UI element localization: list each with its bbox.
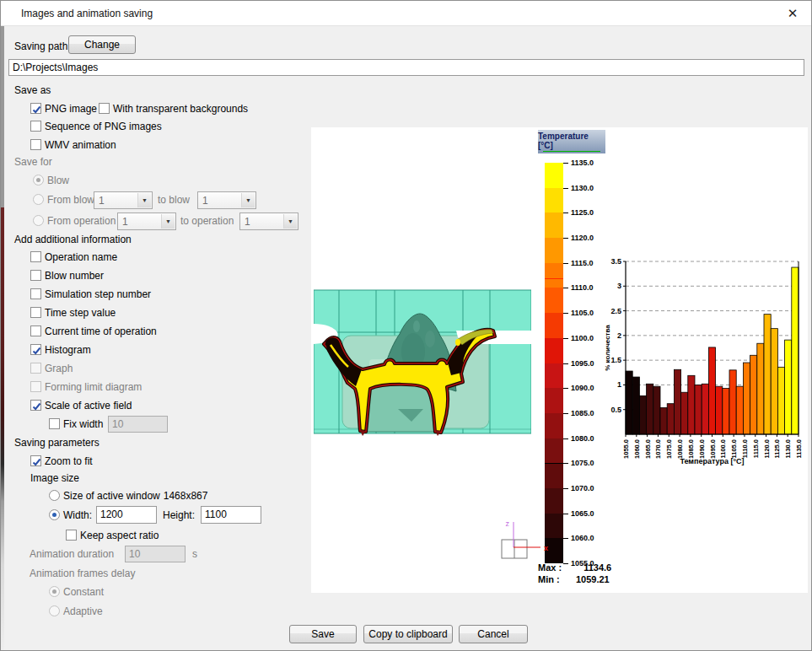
svg-text:1085.0: 1085.0 xyxy=(687,439,695,459)
to-operation-combobox[interactable]: 1 ▼ xyxy=(239,213,298,230)
radio-size-of-active-window[interactable]: Size of active window 1468x867 xyxy=(49,489,207,502)
svg-text:1070.0: 1070.0 xyxy=(654,439,662,459)
fix-width-input[interactable]: 10 xyxy=(108,416,168,433)
close-icon[interactable]: ✕ xyxy=(782,4,803,23)
scale-tick-label: 1075.0 xyxy=(571,459,594,467)
scale-tick-label: 1065.0 xyxy=(571,509,594,518)
radio-from-operation[interactable]: From operation xyxy=(33,214,116,227)
radio-circle[interactable] xyxy=(49,605,60,616)
svg-text:1.5: 1.5 xyxy=(610,356,621,364)
radio-from-blow[interactable]: From blow xyxy=(33,193,94,206)
checkbox-graph[interactable]: Graph xyxy=(30,362,157,374)
animation-duration-label: Animation duration xyxy=(30,548,114,560)
svg-text:1120.0: 1120.0 xyxy=(763,439,771,459)
frames-delay-heading: Animation frames delay xyxy=(30,568,135,579)
saving-path-label: Saving path xyxy=(14,40,67,52)
animation-duration-input[interactable]: 10 xyxy=(125,546,186,562)
simulation-preview xyxy=(314,288,531,440)
checkbox-label: Blow number xyxy=(45,270,104,282)
checkbox-box[interactable] xyxy=(30,455,41,466)
checkbox-box[interactable] xyxy=(30,288,41,299)
to-operation-label: to operation xyxy=(180,215,234,227)
cancel-button[interactable]: Cancel xyxy=(459,625,528,643)
radio-circle[interactable] xyxy=(49,490,60,501)
checkbox-png-image[interactable]: PNG image xyxy=(30,102,97,115)
background-app-edge xyxy=(1,26,4,651)
preview-panel: Temperature [°C] 1135.01130.01125.01120.… xyxy=(311,127,808,593)
radio-label: From operation xyxy=(47,215,116,227)
svg-text:1095.0: 1095.0 xyxy=(709,439,717,459)
checkbox-box[interactable] xyxy=(66,530,77,541)
scale-tick-label: 1100.0 xyxy=(571,334,594,342)
checkbox-keep-aspect-ratio[interactable]: Keep aspect ratio xyxy=(66,529,159,541)
checkbox-label: With transparent backgrounds xyxy=(113,103,248,115)
radio-circle[interactable] xyxy=(33,175,44,186)
checkbox-simulation-step-number[interactable]: Simulation step number xyxy=(30,288,157,300)
checkbox-scale-of-active-field[interactable]: Scale of active field xyxy=(30,399,157,412)
scale-header: Temperature [°C] xyxy=(538,130,605,153)
checkbox-wmv-animation[interactable]: WMV animation xyxy=(30,138,116,151)
scale-tick-label: 1135.0 xyxy=(571,159,594,167)
radio-adaptive[interactable]: Adaptive xyxy=(49,605,103,617)
scale-tick-label: 1105.0 xyxy=(571,309,594,317)
checkbox-forming-limit-diagram[interactable]: Forming limit diagram xyxy=(30,380,157,393)
checkbox-box[interactable] xyxy=(30,139,41,150)
scale-color-bands xyxy=(545,163,563,563)
checkbox-histogram[interactable]: Histogram xyxy=(30,343,157,356)
checkbox-box[interactable] xyxy=(30,270,41,281)
radio-circle[interactable] xyxy=(49,586,60,597)
svg-text:1080.0: 1080.0 xyxy=(676,439,684,459)
checkbox-current-time-of-operation[interactable]: Current time of operation xyxy=(30,325,157,337)
checkbox-box[interactable] xyxy=(30,121,41,132)
checkbox-operation-name[interactable]: Operation name xyxy=(30,250,157,263)
checkbox-box[interactable] xyxy=(30,326,41,336)
scale-tick-label: 1110.0 xyxy=(571,283,594,292)
radio-custom-size[interactable]: Width: xyxy=(49,508,92,521)
height-input[interactable]: 1100 xyxy=(201,506,261,524)
svg-text:1: 1 xyxy=(617,380,621,389)
checkbox-time-step-value[interactable]: Time step value xyxy=(30,306,157,319)
checkbox-label: Fix width xyxy=(63,418,103,430)
checkbox-label: Simulation step number xyxy=(45,288,151,300)
checkbox-box[interactable] xyxy=(30,307,41,318)
radio-label: Size of active window xyxy=(63,490,160,502)
scale-tick-label: 1120.0 xyxy=(571,234,594,242)
radio-circle[interactable] xyxy=(33,194,44,205)
checkbox-blow-number[interactable]: Blow number xyxy=(30,269,157,282)
checkbox-sequence-png[interactable]: Sequence of PNG images xyxy=(30,120,162,132)
copy-to-clipboard-button[interactable]: Copy to clipboard xyxy=(363,625,453,643)
scale-tick-label: 1090.0 xyxy=(571,384,594,392)
scale-tick-label: 1125.0 xyxy=(571,208,594,217)
svg-text:1090.0: 1090.0 xyxy=(698,439,706,459)
checkbox-transparent-backgrounds[interactable]: With transparent backgrounds xyxy=(99,102,248,115)
chevron-down-icon: ▼ xyxy=(137,193,151,207)
checkbox-box[interactable] xyxy=(30,400,41,411)
checkbox-fix-width[interactable]: Fix width xyxy=(49,417,103,430)
radio-circle[interactable] xyxy=(33,215,44,226)
checkbox-box[interactable] xyxy=(30,344,41,355)
checkbox-box[interactable] xyxy=(30,363,41,374)
radio-blow[interactable]: Blow xyxy=(33,174,69,186)
radio-circle[interactable] xyxy=(49,509,60,520)
width-input[interactable]: 1200 xyxy=(96,506,157,524)
axis-triad-icon: z x xyxy=(500,517,554,566)
radio-constant[interactable]: Constant xyxy=(49,585,104,598)
change-path-button[interactable]: Change xyxy=(68,35,136,54)
checkbox-box[interactable] xyxy=(30,103,41,114)
scale-tick-label: 1130.0 xyxy=(571,184,594,192)
checkbox-zoom-to-fit[interactable]: Zoom to fit xyxy=(30,455,93,467)
checkbox-box[interactable] xyxy=(99,103,110,114)
checkbox-box[interactable] xyxy=(49,418,60,429)
scale-tick-label: 1115.0 xyxy=(571,259,594,267)
histogram-y-label: % количества xyxy=(604,325,611,371)
saving-path-input[interactable]: D:\Projects\Images xyxy=(8,59,804,76)
checkbox-box[interactable] xyxy=(30,251,41,262)
checkbox-label: Operation name xyxy=(45,251,117,263)
to-blow-combobox[interactable]: 1 ▼ xyxy=(197,191,256,209)
save-button[interactable]: Save xyxy=(289,625,357,643)
from-blow-combobox[interactable]: 1 ▼ xyxy=(94,191,153,209)
svg-text:3: 3 xyxy=(617,282,621,290)
from-operation-combobox[interactable]: 1 ▼ xyxy=(117,213,176,230)
checkbox-box[interactable] xyxy=(30,381,41,392)
svg-text:2: 2 xyxy=(617,331,621,340)
